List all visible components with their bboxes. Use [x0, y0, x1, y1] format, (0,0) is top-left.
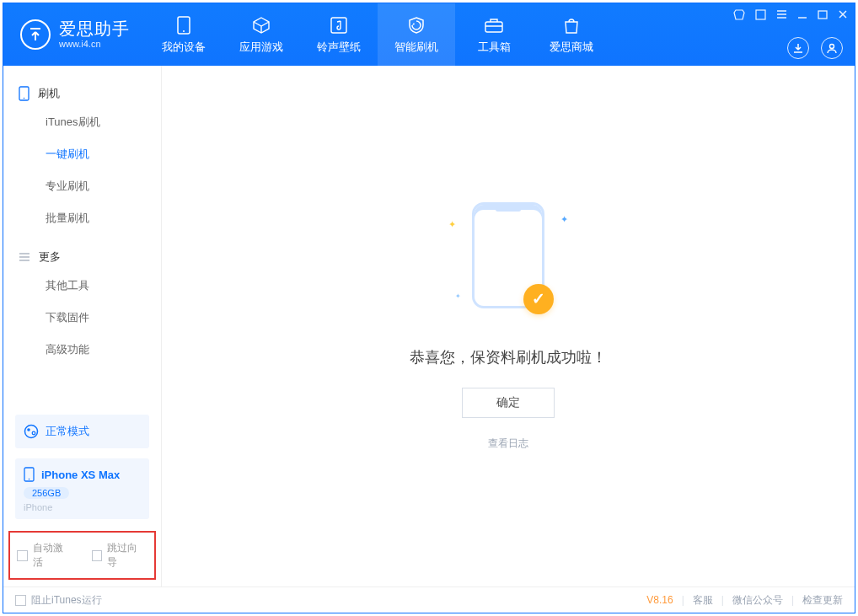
minimize-button[interactable]	[797, 9, 807, 22]
sidebar-item-download-firmware[interactable]: 下载固件	[3, 302, 161, 334]
footer-link-wechat[interactable]: 微信公众号	[732, 593, 783, 608]
sidebar-item-pro-flash[interactable]: 专业刷机	[3, 170, 161, 202]
sidebar-item-onekey-flash[interactable]: 一键刷机	[3, 138, 161, 170]
device-icon	[173, 15, 195, 35]
checkbox-box	[15, 595, 26, 606]
checkbox-block-itunes[interactable]: 阻止iTunes运行	[15, 593, 102, 608]
sparkle-icon: ✦	[455, 292, 461, 300]
app-name: 爱思助手	[59, 19, 130, 39]
list-icon	[19, 252, 30, 262]
nav-label: 我的设备	[162, 40, 206, 55]
success-message: 恭喜您，保资料刷机成功啦！	[410, 347, 607, 367]
device-name: iPhone XS Max	[41, 469, 120, 481]
nav-label: 智能刷机	[394, 40, 438, 55]
device-storage: 256GB	[24, 487, 69, 499]
body: 刷机 iTunes刷机 一键刷机 专业刷机 批量刷机 更多 其他工具 下载固件 …	[3, 66, 855, 587]
bag-icon	[560, 15, 582, 35]
sidebar-item-itunes-flash[interactable]: iTunes刷机	[3, 106, 161, 138]
maximize-button[interactable]	[818, 9, 828, 22]
nav-label: 铃声壁纸	[317, 40, 361, 55]
checkbox-label: 跳过向导	[107, 541, 147, 570]
app-url: www.i4.cn	[59, 39, 130, 50]
shield-icon	[405, 15, 427, 35]
phone-illustration: ✓	[472, 202, 544, 308]
theme-button[interactable]	[733, 8, 745, 23]
checkbox-auto-activate[interactable]: 自动激活	[17, 541, 73, 570]
download-button[interactable]	[787, 37, 809, 59]
close-button[interactable]	[838, 9, 848, 22]
svg-point-11	[32, 431, 35, 435]
group-title: 更多	[39, 249, 61, 265]
checkbox-box	[92, 550, 103, 561]
device-type: iPhone	[24, 502, 141, 512]
phone-icon	[19, 86, 29, 101]
sidebar-item-other-tools[interactable]: 其他工具	[3, 270, 161, 302]
phone-icon	[24, 467, 35, 482]
music-icon	[328, 15, 350, 35]
nav-label: 爱思商城	[550, 40, 593, 55]
sparkle-icon: ✦	[448, 219, 456, 230]
logo-icon	[20, 19, 51, 50]
sparkle-icon: ✦	[560, 214, 568, 225]
sidebar-group-flash: 刷机	[3, 81, 161, 106]
svg-rect-3	[485, 22, 502, 32]
svg-point-6	[830, 45, 834, 49]
check-badge-icon: ✓	[523, 284, 554, 314]
svg-point-13	[29, 479, 30, 480]
main-content: ✓ ✦ ✦ ✦ 恭喜您，保资料刷机成功啦！ 确定 查看日志	[162, 66, 855, 587]
ok-button[interactable]: 确定	[462, 388, 555, 418]
window-controls	[733, 8, 848, 23]
nav-ringtone-wallpaper[interactable]: 铃声壁纸	[300, 3, 378, 66]
nav-smart-flash[interactable]: 智能刷机	[378, 3, 455, 66]
svg-rect-5	[818, 11, 827, 19]
toolbox-icon	[483, 15, 505, 35]
checkbox-label: 自动激活	[33, 541, 73, 570]
mode-card[interactable]: 正常模式	[15, 415, 149, 448]
svg-rect-2	[331, 18, 346, 33]
footer-link-support[interactable]: 客服	[693, 593, 713, 608]
nav-store[interactable]: 爱思商城	[533, 3, 610, 66]
mode-label: 正常模式	[46, 424, 89, 439]
nav-toolbox[interactable]: 工具箱	[455, 3, 533, 66]
header: 爱思助手 www.i4.cn 我的设备 应用游戏 铃声壁纸 智能刷机	[3, 3, 855, 66]
group-title: 刷机	[38, 86, 60, 101]
footer-link-update[interactable]: 检查更新	[802, 593, 843, 608]
version-label: V8.16	[646, 594, 673, 606]
logo-block: 爱思助手 www.i4.cn	[3, 3, 145, 66]
user-button[interactable]	[821, 37, 843, 59]
svg-point-1	[183, 30, 185, 32]
header-action-icons	[787, 37, 843, 59]
sidebar-item-advanced[interactable]: 高级功能	[3, 334, 161, 366]
app-window: 爱思助手 www.i4.cn 我的设备 应用游戏 铃声壁纸 智能刷机	[3, 3, 855, 613]
svg-point-8	[24, 98, 25, 99]
sidebar-item-batch-flash[interactable]: 批量刷机	[3, 202, 161, 234]
view-log-link[interactable]: 查看日志	[488, 437, 528, 451]
success-illustration: ✓ ✦ ✦ ✦	[472, 202, 544, 308]
nav-apps-games[interactable]: 应用游戏	[223, 3, 300, 66]
mode-icon	[24, 424, 39, 439]
footer: 阻止iTunes运行 V8.16 | 客服 | 微信公众号 | 检查更新	[3, 587, 855, 613]
checkbox-label: 阻止iTunes运行	[31, 593, 102, 608]
nav-label: 工具箱	[478, 40, 511, 55]
menu-button[interactable]	[776, 9, 787, 22]
svg-point-9	[25, 426, 38, 438]
options-row: 自动激活 跳过向导	[8, 531, 156, 580]
sidebar-group-more: 更多	[3, 244, 161, 270]
sidebar: 刷机 iTunes刷机 一键刷机 专业刷机 批量刷机 更多 其他工具 下载固件 …	[3, 66, 162, 587]
nav: 我的设备 应用游戏 铃声壁纸 智能刷机 工具箱 爱思商城	[145, 3, 610, 66]
nav-my-device[interactable]: 我的设备	[145, 3, 223, 66]
nav-label: 应用游戏	[239, 40, 283, 55]
checkbox-box	[17, 550, 28, 561]
svg-point-10	[27, 428, 30, 431]
svg-rect-4	[756, 10, 765, 19]
cube-icon	[250, 15, 272, 35]
checkbox-skip-guide[interactable]: 跳过向导	[92, 541, 148, 570]
device-card[interactable]: iPhone XS Max 256GB iPhone	[15, 458, 149, 519]
feedback-button[interactable]	[755, 9, 766, 23]
